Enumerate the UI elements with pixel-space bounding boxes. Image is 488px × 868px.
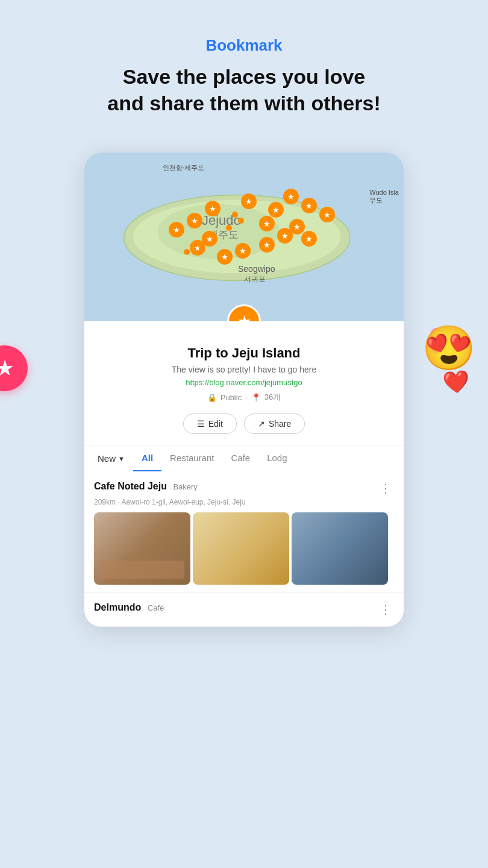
filter-tab-cafe[interactable]: Cafe [222, 445, 258, 471]
place-name-1: Cafe Noted Jeju [94, 481, 167, 491]
filter-new-label: New [98, 453, 116, 464]
filter-tabs: New ▼ All Restaurant Cafe Lodg [84, 445, 404, 471]
share-label: Share [269, 419, 291, 429]
edit-label: Edit [208, 419, 223, 429]
edit-icon: ☰ [197, 419, 205, 429]
phone-card: 인천항·제주도 Jejudo 제주도 Seogwipo 서귀포 Wudo Isl… [84, 153, 404, 627]
place-category-1: Bakery [173, 482, 197, 491]
trip-meta: 🔒 Public · 📍 36개 [99, 392, 389, 403]
place-item: Cafe Noted Jeju Bakery ⋮ 209km · Aewol-r… [84, 471, 404, 593]
more-button-2[interactable]: ⋮ [377, 602, 394, 617]
place-name-row-2: Delmundo Cafe [94, 602, 164, 613]
place-name-row-1: Cafe Noted Jeju Bakery [94, 481, 198, 492]
place-address-1: 209km · Aewol-ro 1-gil, Aewol-eup, Jeju-… [94, 498, 394, 506]
map-label-seogwipo-en: Seogwipo [238, 264, 275, 274]
meta-separator: · [245, 393, 248, 402]
place-photo-1c [292, 512, 388, 585]
filter-tab-lodge[interactable]: Lodg [258, 445, 295, 471]
place-photo-1b [193, 512, 289, 585]
map-area: 인천항·제주도 Jejudo 제주도 Seogwipo 서귀포 Wudo Isl… [84, 153, 404, 321]
more-button-1[interactable]: ⋮ [377, 481, 394, 495]
location-icon: 📍 [251, 393, 261, 402]
card-content: Trip to Jeju Island The view is so prett… [84, 321, 404, 434]
edit-button[interactable]: ☰ Edit [183, 414, 237, 434]
share-icon: ↗ [258, 419, 265, 429]
share-button[interactable]: ↗ Share [244, 414, 305, 434]
trip-place-count: 36개 [264, 392, 281, 403]
filter-tab-restaurant[interactable]: Restaurant [161, 445, 222, 471]
place-photos-1 [94, 512, 394, 585]
float-bookmark-icon: ★ [0, 345, 28, 391]
trip-visibility: Public [221, 393, 242, 402]
action-buttons: ☰ Edit ↗ Share [99, 414, 389, 434]
trip-link[interactable]: https://blog.naver.com/jejumustgo [99, 378, 389, 387]
place-list: Cafe Noted Jeju Bakery ⋮ 209km · Aewol-r… [84, 471, 404, 627]
place-photo-1a [94, 512, 190, 585]
place-category-2: Cafe [148, 603, 164, 612]
trip-description: The view is so pretty! I have to go here [99, 365, 389, 374]
chevron-down-icon: ▼ [118, 455, 125, 462]
place-name-2: Delmundo [94, 602, 141, 612]
filter-tab-all[interactable]: All [133, 445, 161, 471]
place-item-2: Delmundo Cafe ⋮ [84, 593, 404, 627]
float-emoji-icon: 😍 [422, 322, 476, 374]
tagline: Save the places you love and share them … [83, 63, 404, 116]
trip-title: Trip to Jeju Island [99, 345, 389, 361]
place-header-2: Delmundo Cafe ⋮ [94, 602, 394, 617]
trip-profile-icon: ★ [227, 304, 261, 321]
place-header-1: Cafe Noted Jeju Bakery ⋮ [94, 481, 394, 495]
bookmark-label: Bookmark [83, 36, 404, 55]
lock-icon: 🔒 [207, 393, 217, 402]
map-label-incheon: 인천항·제주도 [163, 163, 204, 172]
filter-new[interactable]: New ▼ [89, 446, 133, 471]
map-label-seogwipo-kr: 서귀포 [244, 274, 266, 285]
map-label-wudo: Wudo Isla 우도 [369, 189, 399, 205]
